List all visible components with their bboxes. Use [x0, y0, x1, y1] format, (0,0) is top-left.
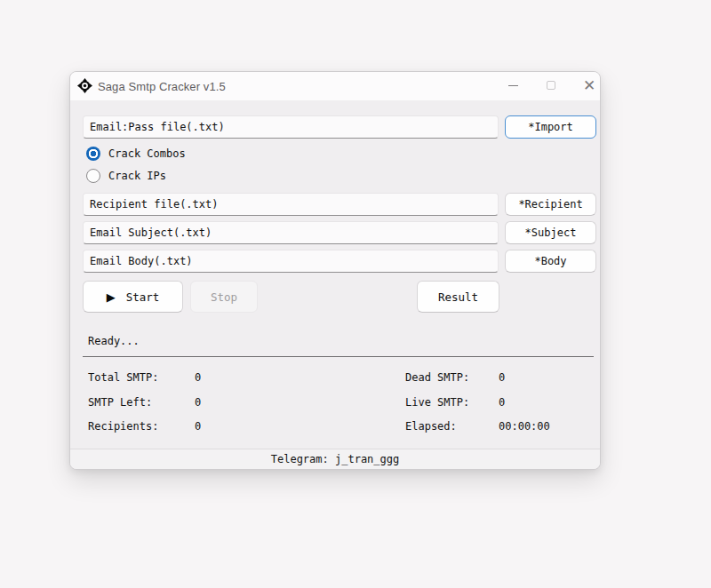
footer-bar: Telegram: j_tran_ggg — [70, 449, 600, 469]
email-pass-file-input[interactable] — [83, 115, 499, 139]
stat-recipients-value: 0 — [195, 420, 201, 433]
status-separator — [83, 356, 594, 357]
result-button[interactable]: Result — [417, 281, 499, 313]
minimize-button[interactable] — [493, 72, 532, 99]
minimize-icon — [508, 85, 518, 86]
status-message: Ready... — [88, 335, 140, 347]
stat-smtp-left-label: SMTP Left: — [88, 396, 152, 409]
subject-button[interactable]: *Subject — [505, 221, 596, 244]
stat-total-smtp-label: Total SMTP: — [88, 371, 158, 384]
app-window: Saga Smtp Cracker v1.5 ✕ *Import Crack C… — [69, 71, 601, 470]
stat-recipients-label: Recipients: — [88, 420, 158, 433]
maximize-button[interactable] — [531, 72, 571, 99]
close-icon: ✕ — [583, 78, 595, 93]
radio-crack-combos-label: Crack Combos — [108, 147, 186, 160]
radio-unselected-icon[interactable] — [86, 169, 100, 183]
app-icon — [77, 78, 92, 93]
import-button[interactable]: *Import — [505, 115, 596, 139]
stat-elapsed-label: Elapsed: — [405, 420, 457, 433]
body-button[interactable]: *Body — [505, 250, 596, 273]
recipient-file-input[interactable] — [83, 193, 499, 216]
email-subject-input[interactable] — [83, 221, 499, 244]
radio-crack-ips[interactable]: Crack IPs — [86, 168, 166, 183]
radio-crack-ips-label: Crack IPs — [108, 170, 166, 182]
telegram-handle: Telegram: j_tran_ggg — [271, 453, 400, 465]
email-body-input[interactable] — [83, 250, 499, 273]
stat-smtp-left-value: 0 — [195, 396, 201, 409]
stat-live-smtp-value: 0 — [499, 396, 505, 409]
stat-dead-smtp-value: 0 — [499, 371, 505, 384]
titlebar[interactable]: Saga Smtp Cracker v1.5 ✕ — [70, 72, 600, 100]
radio-crack-combos[interactable]: Crack Combos — [86, 146, 186, 161]
window-title: Saga Smtp Cracker v1.5 — [98, 72, 226, 100]
radio-selected-icon[interactable] — [86, 147, 100, 161]
start-button[interactable]: ▶ Start — [83, 281, 183, 313]
stat-total-smtp-value: 0 — [195, 371, 201, 384]
stat-live-smtp-label: Live SMTP: — [405, 396, 469, 409]
maximize-icon — [547, 81, 555, 90]
recipient-button[interactable]: *Recipient — [505, 193, 596, 216]
stop-button: Stop — [190, 281, 258, 313]
play-icon: ▶ — [107, 291, 116, 303]
stat-dead-smtp-label: Dead SMTP: — [405, 371, 469, 384]
stat-elapsed-value: 00:00:00 — [499, 420, 550, 433]
close-button[interactable]: ✕ — [570, 72, 601, 99]
start-button-label: Start — [126, 290, 160, 304]
